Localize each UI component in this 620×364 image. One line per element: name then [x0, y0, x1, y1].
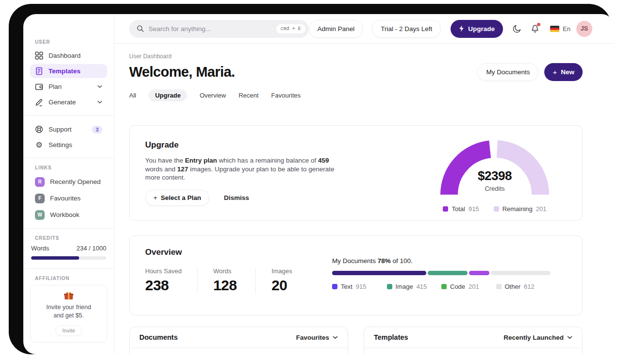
sidebar-section-user: USER — [35, 39, 102, 45]
gauge-value: $2398 — [438, 168, 551, 183]
chevron-down-icon — [97, 85, 102, 88]
notification-dot — [537, 23, 540, 26]
upgrade-card-body: You have the Entry plan which has a rema… — [145, 156, 338, 182]
sidebar-item-dashboard[interactable]: Dashboard — [30, 49, 107, 63]
bar-segment-text — [332, 271, 426, 275]
language-label[interactable]: En — [563, 25, 570, 33]
grid-icon — [35, 51, 43, 60]
upgrade-button[interactable]: Upgrade — [451, 20, 503, 38]
sidebar-item-support[interactable]: Support 3 — [30, 122, 107, 136]
templates-card-title: Templates — [374, 333, 408, 341]
chevron-down-icon — [333, 336, 338, 339]
device-bezel: USER Dashboard Templates Plan — [9, 4, 611, 354]
link-initial-badge: F — [35, 194, 45, 203]
support-count-badge: 3 — [92, 126, 102, 133]
moon-icon — [512, 24, 522, 33]
credits-usage: Words 234 / 1000 — [30, 245, 107, 252]
sidebar-section-links: LINKS — [35, 165, 102, 170]
new-button[interactable]: + New — [544, 63, 583, 81]
search-input[interactable]: Search for anything... cmd + E — [129, 20, 309, 38]
sidebar-link-label: Favourites — [50, 195, 81, 202]
sidebar-item-generate[interactable]: Generate — [30, 95, 107, 109]
sidebar-link-label: Workbook — [50, 211, 80, 218]
sidebar-link-recently-opened[interactable]: R Recently Opened — [30, 174, 107, 189]
template-list-item[interactable]: Blog Post Title in Workbook — [364, 348, 582, 354]
sidebar-link-label: Recently Opened — [50, 178, 101, 185]
sidebar-item-label: Templates — [49, 67, 81, 75]
dark-mode-toggle[interactable] — [512, 24, 522, 33]
sidebar-item-label: Dashboard — [49, 52, 81, 59]
lifebuoy-icon — [35, 125, 43, 133]
page-title: Welcome, Maria. — [129, 64, 235, 80]
credits-gauge-chart: $2398 Credits Total 915 Remaining 201 — [438, 138, 551, 213]
content: User Dashboard Welcome, Maria. My Docume… — [115, 44, 614, 354]
dismiss-button[interactable]: Dismiss — [224, 194, 249, 201]
legend-swatch — [332, 284, 337, 289]
documents-card: Documents Favourites Untitled Document i… — [129, 327, 348, 354]
lightning-icon — [459, 25, 464, 32]
gauge-label: Credits — [438, 185, 551, 192]
sidebar-item-plan[interactable]: Plan — [30, 80, 107, 94]
tab-all[interactable]: All — [129, 89, 136, 101]
admin-panel-button[interactable]: Admin Panel — [309, 20, 364, 38]
legend-swatch — [441, 284, 447, 289]
gauge-legend: Total 915 Remaining 201 — [438, 205, 551, 213]
sidebar-item-label: Support — [49, 126, 71, 133]
tab-recent[interactable]: Recent — [238, 89, 258, 101]
stat-hours-saved: Hours Saved 238 — [145, 267, 198, 294]
tabs: All Upgrade Overview Recent Favourites — [129, 89, 583, 101]
my-documents-button[interactable]: My Documents — [477, 63, 538, 81]
search-shortcut-badge: cmd + E — [276, 24, 305, 33]
bar-segment-image — [428, 271, 468, 275]
sidebar-item-settings[interactable]: ⚙ Settings — [30, 138, 107, 152]
legend-item-image: Image 415 — [387, 283, 442, 290]
language-selector[interactable] — [550, 26, 559, 32]
sidebar-item-templates[interactable]: Templates — [30, 64, 107, 78]
plus-icon: + — [153, 194, 157, 201]
documents-progress-chart: My Documents 78% of 100. Text 915 — [332, 257, 551, 290]
gear-icon: ⚙ — [35, 141, 43, 149]
sidebar-item-label: Plan — [49, 83, 62, 90]
legend-item-total: Total 915 — [443, 205, 479, 213]
notifications-button[interactable] — [531, 24, 539, 33]
trial-status-badge[interactable]: Trial - 2 Days Left — [372, 20, 441, 38]
document-icon — [35, 67, 43, 75]
breadcrumb: User Dashboard — [129, 53, 583, 60]
overview-card-title: Overview — [145, 248, 567, 257]
user-avatar[interactable]: JS — [576, 21, 592, 37]
tab-upgrade[interactable]: Upgrade — [149, 89, 187, 101]
plus-icon: + — [553, 68, 557, 76]
legend-item-other: Other 612 — [496, 283, 551, 290]
sidebar-link-workbook[interactable]: W Workbook — [30, 207, 107, 222]
legend-item-remaining: Remaining 201 — [494, 205, 547, 213]
sidebar: USER Dashboard Templates Plan — [23, 14, 115, 354]
divider — [23, 228, 114, 229]
bar-segment-code — [469, 271, 489, 275]
stacked-progress-bar — [332, 271, 551, 275]
document-list-item[interactable]: Untitled Document in Workbook — [130, 348, 348, 354]
templates-card: Templates Recently Launched Blog Post Ti… — [364, 327, 583, 354]
affiliation-card: Invite your friend and get $5. Invite — [30, 285, 107, 343]
pencil-icon — [35, 98, 43, 106]
templates-filter-dropdown[interactable]: Recently Launched — [503, 334, 572, 341]
chevron-down-icon — [97, 100, 102, 104]
sidebar-link-favourites[interactable]: F Favourites — [30, 191, 107, 206]
stat-images: Images 20 — [271, 267, 314, 294]
invite-button[interactable]: Invite — [55, 325, 82, 336]
sidebar-section-affiliation: AFFILIATION — [35, 276, 102, 281]
tab-favourites[interactable]: Favourites — [271, 89, 301, 101]
tab-overview[interactable]: Overview — [200, 89, 226, 101]
bar-legend: Text 915 Image 415 Code 201 — [332, 283, 551, 290]
select-plan-button[interactable]: + Select a Plan — [145, 190, 209, 206]
link-initial-badge: R — [35, 177, 45, 187]
documents-filter-dropdown[interactable]: Favourites — [296, 334, 338, 341]
divider — [23, 268, 114, 269]
german-flag-icon — [550, 26, 559, 32]
gauge-center: $2398 Credits — [438, 168, 551, 192]
overview-card: Overview Hours Saved 238 Words 128 Image… — [129, 235, 583, 315]
topbar-right: Admin Panel Trial - 2 Days Left Upgrade — [309, 20, 592, 38]
sidebar-item-label: Settings — [49, 141, 72, 149]
app-window: USER Dashboard Templates Plan — [23, 14, 614, 354]
affiliation-text: Invite your friend and get $5. — [35, 303, 102, 320]
upgrade-card: Upgrade You have the Entry plan which ha… — [129, 125, 583, 221]
